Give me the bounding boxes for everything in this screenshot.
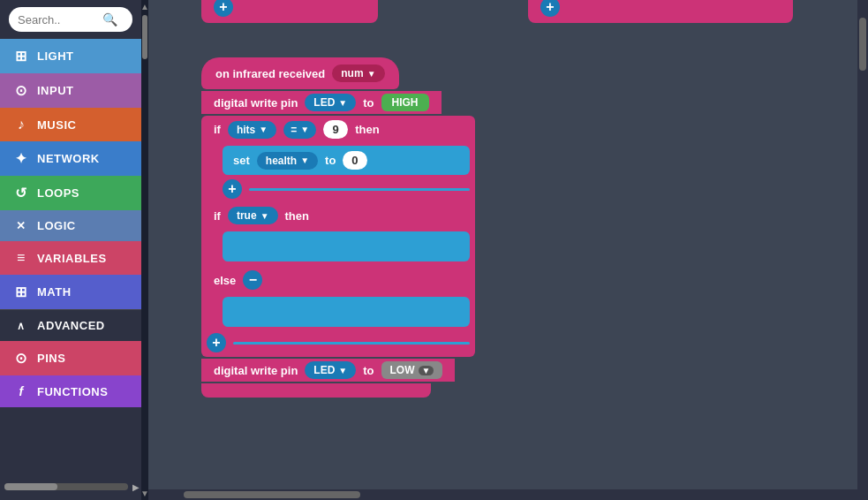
plus-row-if: + xyxy=(217,178,475,201)
sidebar-label-pins: PINS xyxy=(37,352,65,365)
num-dropdown[interactable]: num ▼ xyxy=(332,64,384,82)
loops-icon: ↺ xyxy=(12,185,30,201)
sidebar-label-light: LIGHT xyxy=(37,49,74,63)
pins-icon: ⊙ xyxy=(12,350,30,367)
logic-icon: ✕ xyxy=(12,219,30,232)
variables-icon: ≡ xyxy=(12,250,30,266)
sidebar-label-network: NETWORK xyxy=(37,152,100,165)
plus-circle-outer[interactable]: + xyxy=(207,333,226,352)
functions-icon: f xyxy=(12,384,30,398)
led-dropdown-high[interactable]: LED ▼ xyxy=(305,94,356,111)
sidebar-label-loops: LOOPS xyxy=(37,186,79,200)
sidebar-item-functions[interactable]: f FUNCTIONS xyxy=(0,375,141,407)
bottom-scrollbar[interactable] xyxy=(148,489,868,500)
plus-row-outer: + xyxy=(201,331,475,357)
sidebar-item-light[interactable]: ⊞ LIGHT xyxy=(0,39,141,73)
if-block-wrapper: if hits ▼ = ▼ 9 then set xyxy=(201,116,475,357)
then-label: then xyxy=(355,123,379,136)
then-label-2: then xyxy=(285,209,309,223)
search-icon: 🔍 xyxy=(102,12,117,27)
equals-dropdown[interactable]: = ▼ xyxy=(283,121,316,139)
if-true-row: if true ▼ then xyxy=(201,202,475,229)
block-stack-main: on infrared received num ▼ digital write… xyxy=(201,57,475,398)
grid-icon: ⊞ xyxy=(12,48,30,64)
sidebar-item-math[interactable]: ⊞ MATH xyxy=(0,275,141,309)
music-icon: ♪ xyxy=(12,117,30,133)
zero-value[interactable]: 0 xyxy=(343,151,366,170)
sidebar-label-math: MATH xyxy=(37,285,72,299)
plus-circle-if[interactable]: + xyxy=(223,179,242,199)
digital-write-high-block[interactable]: digital write pin LED ▼ to HIGH xyxy=(201,91,442,114)
else-body xyxy=(217,297,475,331)
top-block-right: + xyxy=(528,0,793,23)
plus-circle-top-left[interactable]: + xyxy=(214,0,233,17)
sidebar-label-advanced: ADVANCED xyxy=(37,319,105,332)
math-icon: ⊞ xyxy=(12,284,30,300)
if-label-2: if xyxy=(214,209,221,223)
hits-dropdown[interactable]: hits ▼ xyxy=(228,121,276,139)
else-row: else − xyxy=(201,266,475,294)
sidebar-item-advanced[interactable]: ∧ ADVANCED xyxy=(0,309,141,341)
advanced-icon: ∧ xyxy=(12,320,30,332)
set-health-block[interactable]: set health ▼ to 0 xyxy=(223,146,470,175)
sidebar-item-input[interactable]: ⊙ INPUT xyxy=(0,73,141,108)
sidebar-item-network[interactable]: ✦ NETWORK xyxy=(0,141,141,176)
sidebar-label-variables: VARIABLES xyxy=(37,252,107,265)
true-dropdown[interactable]: true ▼ xyxy=(228,207,278,224)
search-input[interactable] xyxy=(18,13,97,27)
sidebar-scroll: ⊞ LIGHT ⊙ INPUT ♪ MUSIC ✦ NETWORK ↺ LOOP… xyxy=(0,39,141,473)
right-scrollbar[interactable] xyxy=(857,0,868,489)
circle-icon: ⊙ xyxy=(12,82,30,99)
sidebar-item-logic[interactable]: ✕ LOGIC xyxy=(0,210,141,241)
main-canvas: + + on infrared received num ▼ digital w… xyxy=(148,0,868,500)
sidebar-item-loops[interactable]: ↺ LOOPS xyxy=(0,176,141,210)
if-condition-row: if hits ▼ = ▼ 9 then xyxy=(201,116,475,143)
minus-circle-else[interactable]: − xyxy=(243,270,262,290)
sidebar-item-pins[interactable]: ⊙ PINS xyxy=(0,341,141,375)
sidebar-label-functions: FUNCTIONS xyxy=(37,385,108,398)
search-box[interactable]: 🔍 xyxy=(9,7,132,32)
if-body: set health ▼ to 0 + xyxy=(217,146,475,202)
if-label: if xyxy=(214,123,221,136)
else-label: else xyxy=(214,274,236,287)
sidebar: 🔍 ⊞ LIGHT ⊙ INPUT ♪ MUSIC ✦ NETWORK ↺ LO… xyxy=(0,0,141,500)
nine-value[interactable]: 9 xyxy=(323,120,348,139)
sidebar-item-variables[interactable]: ≡ VARIABLES xyxy=(0,241,141,275)
footer-pink-block xyxy=(201,383,431,398)
sidebar-label-input: INPUT xyxy=(37,84,74,97)
health-dropdown[interactable]: health ▼ xyxy=(257,152,318,170)
sidebar-label-logic: LOGIC xyxy=(37,219,76,232)
sidebar-item-music[interactable]: ♪ MUSIC xyxy=(0,108,141,141)
digital-write-low-block[interactable]: digital write pin LED ▼ to LOW ▼ xyxy=(201,359,455,382)
top-block-left: + xyxy=(201,0,378,23)
low-value-pill[interactable]: LOW ▼ xyxy=(381,361,443,379)
on-infrared-block[interactable]: on infrared received num ▼ xyxy=(201,57,399,89)
high-value-pill[interactable]: HIGH xyxy=(381,94,429,111)
on-infrared-label: on infrared received xyxy=(215,67,325,80)
if-true-body xyxy=(217,231,475,266)
network-icon: ✦ xyxy=(12,150,30,167)
led-dropdown-low[interactable]: LED ▼ xyxy=(305,361,356,379)
sidebar-label-music: MUSIC xyxy=(37,118,76,132)
plus-circle-top-right[interactable]: + xyxy=(540,0,560,17)
